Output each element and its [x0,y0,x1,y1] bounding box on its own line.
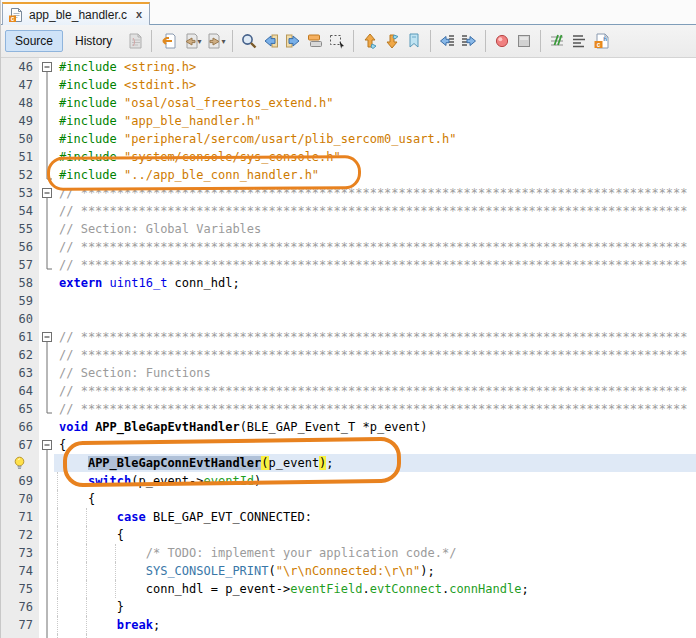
indent-guide [115,544,116,562]
toolbar-icon-find[interactable] [238,29,260,53]
fold-toggle-icon[interactable] [39,184,54,202]
code-token: (p_event-> [131,474,203,488]
toolbar-icon-previous-bookmark[interactable] [359,29,381,53]
code-text[interactable]: // *************************************… [54,256,696,274]
toolbar-icon-uncomment[interactable] [568,29,590,53]
history-view-button[interactable]: History [65,30,122,52]
indent-guide [86,616,87,634]
code-token: { [59,492,95,506]
fold-toggle-icon[interactable] [39,58,54,76]
toolbar-icon-toggle-rectangular-selection[interactable] [326,29,348,53]
line-number: 53 [1,184,39,202]
toolbar-icon-toggle-highlight-search[interactable] [304,29,326,53]
toolbar-icon-shift-line-left[interactable] [436,29,458,53]
toolbar-icon-shift-line-right[interactable] [458,29,480,53]
line-number: 72 [1,526,39,544]
toolbar-icon-find-previous[interactable] [260,29,282,53]
code-text[interactable]: // *************************************… [54,202,696,220]
fold-guide [39,94,54,112]
toolbar-icon-start-macro-recording[interactable] [491,29,513,53]
toolbar-icon-toggle-bookmark[interactable] [403,29,425,53]
fold-guide [39,418,54,436]
code-text[interactable]: case BLE_GAP_EVT_CONNECTED: [54,508,696,526]
code-text[interactable]: break; [54,616,696,634]
code-text[interactable]: #include "system/console/sys_console.h" [54,148,696,166]
code-text[interactable]: // *************************************… [54,382,696,400]
code-token: ( [261,456,268,470]
toolbar-separator [540,30,541,52]
code-text[interactable]: // Section: Functions [54,364,696,382]
code-token: uint16_t [110,276,168,290]
code-text[interactable]: // *************************************… [54,328,696,346]
fold-guide [39,454,54,472]
line-number: 55 [1,220,39,238]
fold-guide [39,166,54,184]
toolbar-icon-find-next[interactable] [282,29,304,53]
code-text[interactable]: SYS_CONSOLE_PRINT("\r\nConnected:\r\n"); [54,562,696,580]
fold-guide [39,580,54,598]
code-text[interactable]: #include "app_ble_handler.h" [54,112,696,130]
code-text[interactable]: // *************************************… [54,238,696,256]
indent-guide [115,580,116,598]
code-text[interactable]: // *************************************… [54,184,696,202]
fold-guide [39,382,54,400]
fold-toggle-icon[interactable] [39,328,54,346]
code-token: // *************************************… [59,204,688,218]
code-line-69: 69 switch(p_event->eventId) [1,472,696,490]
code-token: . [362,582,369,596]
fold-toggle-icon[interactable] [39,436,54,454]
toolbar-icon-next-bookmark[interactable] [381,29,403,53]
fold-guide [39,400,54,418]
code-text[interactable]: } [54,598,696,616]
fold-guide [39,634,54,638]
toolbar-separator [430,30,431,52]
code-text[interactable]: #include <stdint.h> [54,76,696,94]
toolbar-icon-stop-macro-recording[interactable] [513,29,535,53]
code-text[interactable]: // Section: Global Variables [54,220,696,238]
code-line-71: 71 case BLE_GAP_EVT_CONNECTED: [1,508,696,526]
code-text[interactable] [54,634,696,638]
indent-guide [86,508,87,526]
code-text[interactable]: // *************************************… [54,346,696,364]
code-line-64: 64// ***********************************… [1,382,696,400]
toolbar-icon-back-to-last-edit[interactable] [157,29,179,53]
code-text[interactable]: void APP_BleGapEvtHandler(BLE_GAP_Event_… [54,418,696,436]
code-text[interactable]: #include "peripheral/sercom/usart/plib_s… [54,130,696,148]
source-view-button[interactable]: Source [5,30,63,52]
code-text[interactable]: APP_BleGapConnEvtHandler(p_event); [54,454,696,472]
code-token: ; [326,456,333,470]
code-token: BLE_GAP_EVT_CONNECTED: [146,510,312,524]
code-text[interactable]: #include "../app_ble_conn_handler.h" [54,166,696,184]
code-text[interactable] [54,310,696,328]
code-text[interactable]: { [54,490,696,508]
code-line-53: 53// ***********************************… [1,184,696,202]
toolbar-icon-navigate-back-dropdown-caret[interactable]: ▾ [197,37,201,46]
line-number: 66 [1,418,39,436]
indent-guide [57,508,58,526]
toolbar-icon-navigate-forward-dropdown-caret[interactable]: ▾ [221,37,225,46]
code-text[interactable]: conn_hdl = p_event->eventField.evtConnec… [54,580,696,598]
code-text[interactable]: { [54,526,696,544]
code-token: } [59,600,124,614]
code-text[interactable]: extern uint16_t conn_hdl; [54,274,696,292]
tab-app-ble-handler-c[interactable]: c app_ble_handler.c x [2,2,150,25]
toolbar-icon-comment[interactable] [546,29,568,53]
code-text[interactable] [54,292,696,310]
code-text[interactable]: /* TODO: implement your application code… [54,544,696,562]
code-text[interactable]: switch(p_event->eventId) [54,472,696,490]
code-text[interactable]: #include "osal/osal_freertos_extend.h" [54,94,696,112]
code-text[interactable]: #include <string.h> [54,58,696,76]
code-token: p_event [269,456,320,470]
fold-guide [39,76,54,94]
line-number: 47 [1,76,39,94]
indent-guide [86,562,87,580]
line-number: 51 [1,148,39,166]
code-text[interactable]: // *************************************… [54,400,696,418]
code-editor[interactable]: 46#include <string.h>47#include <stdint.… [1,58,696,638]
line-number: 50 [1,130,39,148]
hint-bulb-icon[interactable] [1,454,39,472]
tab-close-icon[interactable]: x [136,9,142,20]
code-text[interactable]: { [54,436,696,454]
toolbar-icon-toggle-header-source[interactable]: hc [590,29,612,53]
toolbar-icon-last-edited-document[interactable] [124,29,146,53]
